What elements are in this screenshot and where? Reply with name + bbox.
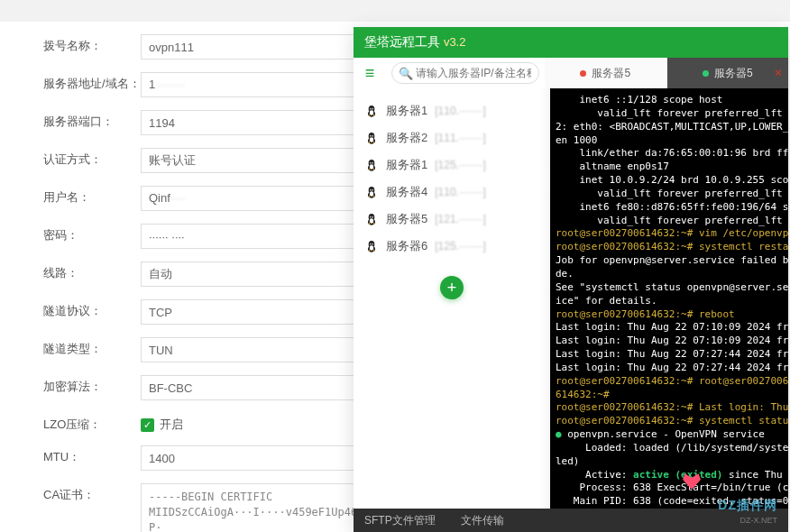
- terminal-line: root@ser002700614632:~# root@ser0027006: [556, 375, 783, 389]
- terminal-line: link/ether da:76:65:00:01:96 brd ff:: [556, 147, 783, 161]
- server-name: 服务器2: [386, 130, 427, 146]
- server-ip: [125.········]: [435, 159, 486, 171]
- server-ip: [121.········]: [435, 213, 486, 225]
- username-value: Qinf: [149, 191, 170, 205]
- server-name: 服务器4: [386, 184, 427, 200]
- label-dial-name: 拨号名称：: [43, 34, 141, 54]
- label-cipher: 加密算法：: [43, 375, 141, 395]
- terminal-line: root@ser002700614632:~# vim /etc/openvpn: [556, 227, 783, 241]
- close-icon[interactable]: ✕: [774, 67, 783, 79]
- svg-point-13: [372, 136, 373, 137]
- svg-point-5: [371, 109, 372, 110]
- server-name: 服务器6: [386, 238, 427, 254]
- terminal-line: Last login: Thu Aug 22 07:27:44 2024 fro…: [556, 348, 783, 362]
- svg-point-9: [370, 137, 373, 142]
- remote-tool-panel: 堡塔远程工具 v3.2 ≡ 🔍 服务器5 服务器5 ✕ 服务器1[110.···…: [354, 27, 788, 532]
- terminal-line: root@ser002700614632:~# systemctl status: [556, 415, 783, 428]
- server-addr-masked: ·········: [155, 78, 185, 91]
- terminal-line: inet6 ::1/128 scope host: [556, 94, 783, 107]
- terminal-tab-active[interactable]: 服务器5 ✕: [667, 58, 789, 88]
- server-list-item[interactable]: 服务器5[121.········]: [354, 206, 550, 233]
- label-lzo: LZO压缩：: [43, 413, 141, 433]
- svg-point-27: [372, 190, 373, 191]
- terminal-tab-inactive[interactable]: 服务器5: [545, 58, 667, 88]
- terminal-line: valid_lft forever preferred_lft fo: [556, 188, 783, 201]
- terminal-line: Job for openvpn@server.service failed be: [556, 254, 783, 268]
- status-dot-icon: [580, 70, 586, 77]
- server-list-item[interactable]: 服务器6[125.········]: [354, 233, 550, 260]
- linux-icon: [364, 131, 379, 145]
- svg-point-23: [370, 191, 373, 197]
- terminal-line: See "systemctl status openvpn@server.ser: [556, 281, 783, 295]
- lzo-checkbox[interactable]: ✓: [141, 418, 154, 432]
- top-bar: [0, 0, 790, 22]
- label-password: 密码：: [43, 224, 141, 243]
- terminal-line: Active: active (exited) since Thu 20: [556, 469, 783, 482]
- terminal-line: root@ser002700614632:~# reboot: [556, 308, 783, 322]
- linux-icon: [364, 212, 379, 226]
- svg-point-26: [371, 190, 372, 191]
- server-ip: [110.········]: [435, 186, 486, 198]
- server-list-item[interactable]: 服务器1[125.········]: [354, 151, 550, 179]
- svg-point-6: [372, 109, 373, 110]
- panel-version: v3.2: [444, 35, 466, 49]
- server-list-item[interactable]: 服务器2[111.········]: [354, 124, 550, 151]
- svg-point-12: [371, 136, 372, 137]
- server-ip: [110.········]: [435, 105, 486, 117]
- panel-title: 堡塔远程工具: [364, 34, 440, 49]
- terminal-line: valid_lft forever preferred_lft fo: [556, 107, 783, 121]
- server-list: 服务器1[110.········]服务器2[111.········]服务器1…: [354, 88, 550, 509]
- terminal-line: led): [556, 455, 783, 469]
- label-username: 用户名：: [43, 186, 141, 206]
- lzo-text: 开启: [160, 417, 183, 433]
- terminal-line: inet6 fe80::d876:65ff:fe00:196/64 sc: [556, 201, 783, 215]
- terminal-line: Last login: Thu Aug 22 07:27:44 2024 fro…: [556, 362, 783, 375]
- terminal-line: root@ser002700614632:~# Last login: Thu …: [556, 401, 783, 415]
- terminal-line: en 1000: [556, 134, 783, 148]
- server-ip: [125.········]: [435, 240, 486, 252]
- terminal-line: ● openvpn.service - OpenVPN service: [556, 428, 783, 442]
- terminal-line: root@ser002700614632:~# systemctl restar: [556, 241, 783, 254]
- label-ca-cert: CA证书：: [43, 483, 141, 503]
- svg-point-34: [372, 217, 373, 218]
- server-list-item[interactable]: 服务器4[110.········]: [354, 179, 550, 206]
- label-mtu: MTU：: [43, 445, 141, 465]
- terminal-line: altname enp0s17: [556, 161, 783, 174]
- server-name: 服务器1: [386, 157, 427, 173]
- file-transfer-link[interactable]: 文件传输: [461, 513, 504, 528]
- terminal-tabs: 服务器5 服务器5 ✕: [545, 58, 788, 88]
- server-list-item[interactable]: 服务器1[110.········]: [354, 97, 550, 124]
- label-tunnel-type: 隧道类型：: [43, 337, 141, 357]
- server-search-input[interactable]: [391, 62, 539, 84]
- terminal-line: Process: 638 ExecStart=/bin/true (co: [556, 482, 783, 495]
- terminal-output[interactable]: inet6 ::1/128 scope host valid_lft forev…: [550, 88, 788, 509]
- terminal-line: 614632:~#: [556, 389, 783, 402]
- svg-point-41: [372, 244, 373, 245]
- svg-point-20: [372, 163, 373, 164]
- menu-icon[interactable]: ≡: [354, 58, 386, 88]
- status-dot-icon: [703, 70, 709, 77]
- terminal-line: inet 10.0.9.2/24 brd 10.0.9.255 scop: [556, 174, 783, 188]
- watermark-sub: DZ-X.NET: [740, 516, 778, 525]
- label-server-addr: 服务器地址/域名：: [43, 72, 141, 92]
- svg-point-37: [370, 245, 373, 251]
- search-icon: 🔍: [399, 67, 413, 80]
- label-tunnel-proto: 隧道协议：: [43, 299, 141, 319]
- username-masked: ·····: [170, 191, 187, 205]
- terminal-line: ice" for details.: [556, 295, 783, 308]
- add-server-button[interactable]: +: [440, 276, 464, 299]
- label-route: 线路：: [43, 261, 141, 281]
- terminal-line: Last login: Thu Aug 22 07:10:09 2024 fro…: [556, 321, 783, 335]
- terminal-line: Last login: Thu Aug 22 07:10:09 2024 fro…: [556, 335, 783, 348]
- server-name: 服务器1: [386, 103, 427, 119]
- svg-point-19: [371, 163, 372, 164]
- label-auth-mode: 认证方式：: [43, 148, 141, 168]
- tab-label: 服务器5: [714, 66, 753, 81]
- svg-point-16: [370, 164, 373, 170]
- terminal-line: Loaded: loaded (/lib/systemd/system/: [556, 442, 783, 455]
- linux-icon: [364, 158, 379, 172]
- tab-label: 服务器5: [592, 66, 630, 81]
- svg-point-30: [370, 218, 373, 224]
- svg-point-40: [371, 244, 372, 245]
- sftp-manager-link[interactable]: SFTP文件管理: [364, 513, 436, 528]
